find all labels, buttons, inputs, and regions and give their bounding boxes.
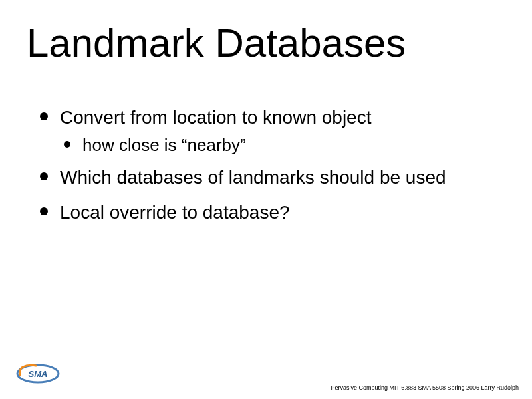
slide-title: Landmark Databases (0, 0, 532, 66)
bullet-text: Local override to database? (60, 201, 290, 224)
bullet-text: how close is “nearby” (82, 134, 246, 156)
bullet-text: Which databases of landmarks should be u… (60, 166, 446, 189)
bullet-item: Local override to database? (40, 201, 492, 224)
bullet-icon (40, 112, 48, 120)
sub-bullet-item: how close is “nearby” (64, 134, 492, 156)
bullet-text: Convert from location to known object (60, 106, 371, 129)
footer-text: Pervasive Computing MIT 6.883 SMA 5508 S… (331, 384, 519, 391)
bullet-item: Convert from location to known object (40, 106, 492, 129)
sma-logo: SMA (16, 360, 60, 387)
bullet-icon (40, 207, 48, 215)
slide-content: Convert from location to known object ho… (0, 66, 532, 224)
bullet-item: Which databases of landmarks should be u… (40, 166, 492, 189)
bullet-icon (40, 172, 48, 180)
svg-text:SMA: SMA (29, 369, 48, 379)
bullet-icon (64, 141, 70, 148)
